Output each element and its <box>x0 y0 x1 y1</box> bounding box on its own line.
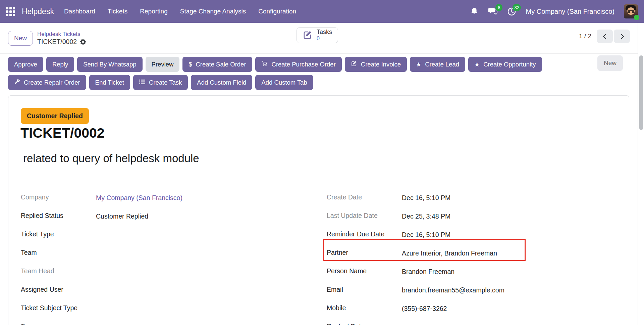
send-by-whatsapp-button[interactable]: Send By Whatsapp <box>77 57 142 72</box>
list-icon <box>139 79 145 86</box>
create-sale-order-button[interactable]: $ Create Sale Order <box>182 57 252 72</box>
field-label-team: Team <box>21 248 96 257</box>
field-value-last-update-date: Dec 25, 3:48 PM <box>402 212 450 220</box>
main-menu: Dashboard Tickets Reporting Stage Change… <box>64 8 296 15</box>
chevron-left-icon <box>603 34 608 39</box>
chevron-right-icon <box>619 34 624 39</box>
field-row-partner: Partner Azure Interior, Brandon Freeman <box>327 248 548 267</box>
fields-column-left: Company My Company (San Francisco) Repli… <box>21 193 235 325</box>
tasks-count: 0 <box>317 36 320 42</box>
ticket-title[interactable]: TICKET/0002 <box>20 125 105 141</box>
pager-counter: 1 / 2 <box>579 33 591 40</box>
field-label-person-name: Person Name <box>327 267 402 275</box>
field-row-ticket-type: Ticket Type <box>21 230 235 248</box>
dollar-icon: $ <box>189 61 192 67</box>
field-label-company: Company <box>21 193 96 201</box>
field-row-replied-date: Replied Date <box>327 322 548 325</box>
pager-next-button[interactable] <box>614 30 630 43</box>
user-avatar[interactable] <box>624 4 638 18</box>
field-label-ticket-subject-type: Ticket Subject Type <box>21 304 96 312</box>
field-row-mobile: Mobile (355)-687-3262 <box>327 304 548 322</box>
helpdesk-app-window: Helpdesk Dashboard Tickets Reporting Sta… <box>0 0 644 325</box>
add-custom-tab-button[interactable]: Add Custom Tab <box>255 75 313 90</box>
star-icon: ★ <box>416 61 421 67</box>
field-value-person-name[interactable]: Brandon Freeman <box>402 267 454 276</box>
nav-item-stage-change-analysis[interactable]: Stage Change Analysis <box>180 8 246 15</box>
field-label-mobile: Mobile <box>327 304 402 312</box>
field-label-replied-status: Replied Status <box>21 212 96 220</box>
settings-gear-icon[interactable] <box>80 39 86 45</box>
field-row-team-head: Team Head <box>21 267 235 285</box>
app-title[interactable]: Helpdesk <box>22 7 54 16</box>
avatar-glasses <box>628 10 634 13</box>
status-new-badge: New <box>597 55 623 71</box>
tasks-stat-button[interactable]: Tasks 0 <box>297 27 338 43</box>
create-lead-button[interactable]: ★ Create Lead <box>410 57 465 72</box>
activities-clock-icon[interactable]: 32 <box>507 7 516 16</box>
field-label-replied-date: Replied Date <box>327 322 402 325</box>
end-ticket-button[interactable]: End Ticket <box>89 75 130 90</box>
field-row-team: Team <box>21 248 235 267</box>
preview-button[interactable]: Preview <box>146 57 180 72</box>
add-custom-field-button[interactable]: Add Custom Field <box>191 75 252 90</box>
field-value-create-date: Dec 16, 5:10 PM <box>402 193 450 202</box>
scrollbar-thumb[interactable] <box>639 55 643 130</box>
ticket-subtitle[interactable]: related to query of helpdesk module <box>23 152 199 165</box>
online-status-dot <box>634 15 639 20</box>
field-label-create-date: Create Date <box>327 193 402 201</box>
field-value-company[interactable]: My Company (San Francisco) <box>96 193 182 202</box>
top-nav-bar: Helpdesk Dashboard Tickets Reporting Sta… <box>0 0 644 23</box>
field-row-assigned-user: Assigned User <box>21 285 235 304</box>
nav-item-configuration[interactable]: Configuration <box>258 8 296 15</box>
notifications-bell-icon[interactable] <box>470 7 478 16</box>
tasks-label: Tasks <box>317 29 332 36</box>
create-purchase-order-button[interactable]: Create Purchase Order <box>255 57 342 72</box>
company-switcher[interactable]: My Company (San Francisco) <box>526 8 614 15</box>
apps-menu-icon[interactable] <box>6 7 15 16</box>
field-value-email[interactable]: brandon.freeman55@example.com <box>402 285 504 294</box>
new-record-button[interactable]: New <box>8 31 33 46</box>
cart-icon <box>261 60 268 68</box>
messages-chat-icon[interactable]: 8 <box>488 7 498 16</box>
action-row-2: Create Repair Order End Ticket Create Ta… <box>8 75 630 90</box>
messages-count-badge: 8 <box>495 4 502 11</box>
field-value-reminder-due-date[interactable]: Dec 16, 5:10 PM <box>402 230 450 239</box>
edit-icon <box>303 30 313 41</box>
nav-item-dashboard[interactable]: Dashboard <box>64 8 95 15</box>
field-label-ticket-type: Ticket Type <box>21 230 96 238</box>
nav-right-group: 8 32 My Company (San Francisco) <box>470 4 638 18</box>
star-icon: ★ <box>474 61 480 67</box>
breadcrumb-current: TICKET/0002 <box>37 38 77 46</box>
field-value-partner[interactable]: Azure Interior, Brandon Freeman <box>402 248 497 257</box>
field-row-company: Company My Company (San Francisco) <box>21 193 235 212</box>
field-value-mobile[interactable]: (355)-687-3262 <box>402 304 447 313</box>
field-label-team-head: Team Head <box>21 267 96 275</box>
breadcrumb-parent-link[interactable]: Helpdesk Tickets <box>37 31 86 38</box>
pager-previous-button[interactable] <box>597 30 613 43</box>
field-row-email: Email brandon.freeman55@example.com <box>327 285 548 304</box>
activities-count-badge: 32 <box>513 4 521 11</box>
field-row-last-update-date: Last Update Date Dec 25, 3:48 PM <box>327 212 548 230</box>
page-scrollbar <box>638 23 644 325</box>
field-label-last-update-date: Last Update Date <box>327 212 402 220</box>
wrench-icon <box>14 79 20 86</box>
field-label-tags: Tags <box>21 322 96 325</box>
create-invoice-button[interactable]: Create Invoice <box>345 57 407 72</box>
action-buttons-area: Approve Reply Send By Whatsapp Preview $… <box>0 54 638 95</box>
record-pager: 1 / 2 <box>579 30 630 43</box>
create-repair-order-button[interactable]: Create Repair Order <box>8 75 86 90</box>
edit-icon <box>351 60 357 68</box>
field-label-partner: Partner <box>327 248 402 257</box>
nav-item-tickets[interactable]: Tickets <box>108 8 127 15</box>
create-opportunity-button[interactable]: ★ Create Opportunity <box>468 57 542 72</box>
create-task-button[interactable]: Create Task <box>133 75 188 90</box>
control-bar: New Helpdesk Tickets TICKET/0002 <box>0 23 638 54</box>
ticket-form-sheet: Customer Replied TICKET/0002 related to … <box>8 95 629 325</box>
nav-item-reporting[interactable]: Reporting <box>140 8 167 15</box>
stage-badge: Customer Replied <box>21 108 89 124</box>
field-label-reminder-due-date: Reminder Due Date <box>327 230 402 238</box>
field-value-replied-status[interactable]: Customer Replied <box>96 212 148 220</box>
reply-button[interactable]: Reply <box>46 57 74 72</box>
nav-left-group: Helpdesk Dashboard Tickets Reporting Sta… <box>6 7 296 16</box>
approve-button[interactable]: Approve <box>8 57 43 72</box>
